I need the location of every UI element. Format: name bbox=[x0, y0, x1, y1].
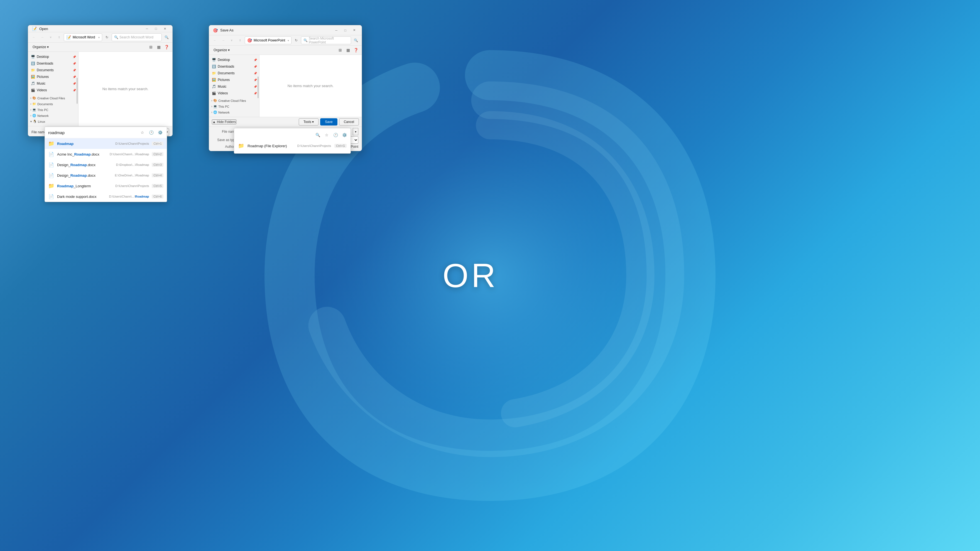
sidebar-section-thispc[interactable]: › 💻 This PC bbox=[28, 107, 78, 113]
saveas-dialog-close[interactable]: ✕ bbox=[350, 27, 358, 34]
saveas-dialog-title: Save As bbox=[220, 28, 234, 32]
saveas-recent-button[interactable]: ▾ bbox=[228, 37, 235, 44]
saveas-dialog-minimize[interactable]: ─ bbox=[332, 27, 340, 34]
open-dialog-minimize[interactable]: ─ bbox=[143, 25, 151, 32]
back-button[interactable]: ← bbox=[30, 34, 38, 41]
view-details-btn[interactable]: ▦ bbox=[155, 43, 162, 51]
sidebar-item-documents[interactable]: 📁 Documents 📌 bbox=[28, 67, 78, 73]
result-path-3: D:\Dropbox\...\Roadmap bbox=[116, 163, 149, 167]
bookmark-icon[interactable]: ☆ bbox=[139, 129, 146, 136]
open-main-content: No items match your search. bbox=[78, 52, 172, 126]
open-search-bar[interactable]: 🔍 Search Microsoft Word bbox=[111, 33, 162, 41]
saveas-refresh-button[interactable]: ↻ bbox=[293, 37, 300, 44]
saveas-sidebar-item-downloads[interactable]: ⬇️ Downloads 📌 bbox=[209, 63, 259, 70]
sidebar-item-music[interactable]: 🎵 Music 📌 bbox=[28, 80, 78, 87]
thispc-expand-icon: › bbox=[30, 108, 31, 111]
view-grid-btn[interactable]: ⊞ bbox=[147, 43, 154, 51]
result-shortcut-1: Ctrl+1 bbox=[152, 141, 164, 146]
save-button[interactable]: Save bbox=[320, 118, 337, 125]
search-result-5[interactable]: 📁 Roadmap_Longterm D:\Users\Chann\Projec… bbox=[45, 181, 167, 191]
saveas-sidebar-label-network: Network bbox=[218, 111, 229, 114]
saveas-sidebar-item-pictures[interactable]: 🖼️ Pictures 📌 bbox=[209, 76, 259, 83]
up-button[interactable]: ↑ bbox=[56, 34, 63, 41]
open-dialog-toolbar: ← → ▾ ↑ 📝 Microsoft Word ▾ ↻ 🔍 Search Mi… bbox=[28, 32, 172, 43]
help-btn[interactable]: ❓ bbox=[163, 43, 170, 51]
sidebar-section-linux[interactable]: ▾ 🐧 Linux bbox=[28, 119, 78, 124]
saveas-sidebar-section-thispc[interactable]: › 💻 This PC bbox=[209, 103, 259, 110]
search-result-2[interactable]: 📄 Acme Inc_Roadmap.docx D:\Users\Chann\.… bbox=[45, 149, 167, 159]
sidebar-item-downloads[interactable]: ⬇️ Downloads 📌 bbox=[28, 60, 78, 67]
saveas-organize-btn[interactable]: Organize ▾ bbox=[211, 47, 232, 53]
result-shortcut-4: Ctrl+4 bbox=[152, 173, 164, 177]
saveas-sidebar-label-desktop: Desktop bbox=[218, 58, 230, 62]
saveas-sidebar-label-videos: Videos bbox=[218, 91, 228, 95]
fe-search-icon[interactable]: 🔍 bbox=[314, 132, 321, 138]
ppt-icon: 🎯 bbox=[247, 38, 252, 43]
sidebar-item-videos[interactable]: 🎬 Videos 📌 bbox=[28, 87, 78, 94]
search-result-3[interactable]: 📄 Design_Roadmap.docx D:\Dropbox\...\Roa… bbox=[45, 159, 167, 170]
refresh-button[interactable]: ↻ bbox=[103, 34, 111, 41]
saveas-sidebar-item-desktop[interactable]: 🖥️ Desktop 📌 bbox=[209, 57, 259, 63]
saveas-organize-label: Organize ▾ bbox=[213, 48, 230, 52]
saveas-back-button[interactable]: ← bbox=[211, 37, 218, 44]
cancel-button-saveas[interactable]: Cancel bbox=[339, 118, 359, 125]
search-result-6[interactable]: 📄 Dark mode support.docx D:\Users\Chann\… bbox=[45, 191, 167, 202]
saveas-up-button[interactable]: ↑ bbox=[236, 37, 243, 44]
search-magnifier[interactable]: 🔍 bbox=[163, 34, 170, 41]
saveas-pin-documents: 📌 bbox=[254, 72, 257, 75]
open-dialog-maximize[interactable]: □ bbox=[152, 25, 160, 32]
saveas-sidebar-section-creative[interactable]: › 🎨 Creative Cloud Files bbox=[209, 98, 259, 103]
sidebar-item-pictures[interactable]: 🖼️ Pictures 📌 bbox=[28, 73, 78, 80]
saveas-view-details-btn[interactable]: ▦ bbox=[344, 46, 352, 54]
address-text: Microsoft Word bbox=[73, 35, 95, 39]
saveas-sidebar-label-pictures: Pictures bbox=[218, 78, 230, 82]
fe-result-roadmap[interactable]: 📁 Roadmap (File Explorer) D:\Users\Chann… bbox=[234, 141, 350, 151]
fe-result-name: Roadmap (File Explorer) bbox=[248, 144, 294, 148]
sidebar-label-videos: Videos bbox=[37, 88, 47, 92]
fe-bookmark-icon[interactable]: ☆ bbox=[323, 132, 330, 138]
result-icon-6: 📄 bbox=[48, 194, 54, 200]
sidebar-section-creative[interactable]: › 🎨 Creative Cloud Files bbox=[28, 95, 78, 101]
saveas-desktop-icon: 🖥️ bbox=[212, 58, 216, 62]
fe-history-icon[interactable]: 🕐 bbox=[332, 132, 339, 138]
saveas-address-bar[interactable]: 🎯 Microsoft PowerPoint ▾ bbox=[245, 37, 291, 44]
open-organize-btn[interactable]: Organize ▾ bbox=[30, 44, 51, 50]
result-name-6: Dark mode support.docx bbox=[57, 195, 107, 199]
address-bar[interactable]: 📝 Microsoft Word ▾ bbox=[64, 33, 102, 41]
sidebar-section-documents2[interactable]: › 📁 Documents bbox=[28, 101, 78, 107]
saveas-sidebar-item-videos[interactable]: 🎬 Videos 📌 bbox=[209, 90, 259, 97]
saveas-help-btn[interactable]: ❓ bbox=[352, 46, 360, 54]
fe-settings-icon[interactable]: ⚙️ bbox=[341, 132, 348, 138]
saveas-music-icon: 🎵 bbox=[212, 84, 216, 89]
sidebar-scrollbar[interactable] bbox=[76, 78, 78, 103]
saveas-main-content: No items match your search. bbox=[259, 55, 362, 117]
open-dialog-close[interactable]: ✕ bbox=[161, 25, 169, 32]
settings-icon[interactable]: ⚙️ bbox=[157, 129, 164, 136]
saveas-forward-button[interactable]: → bbox=[220, 37, 227, 44]
tools-button-saveas[interactable]: Tools ▾ bbox=[299, 118, 318, 125]
saveas-sidebar-item-documents[interactable]: 📁 Documents 📌 bbox=[209, 70, 259, 76]
forward-button[interactable]: → bbox=[39, 34, 46, 41]
saveas-sidebar-section-network[interactable]: › 🌐 Network bbox=[209, 110, 259, 115]
saveas-sidebar-scrollbar[interactable] bbox=[258, 76, 259, 98]
history-icon[interactable]: 🕐 bbox=[148, 129, 154, 136]
saveas-view-grid-btn[interactable]: ⊞ bbox=[337, 46, 344, 54]
saveas-search-bar[interactable]: 🔍 Search Microsoft PowerPoint bbox=[301, 37, 351, 44]
saveas-sidebar-item-music[interactable]: 🎵 Music 📌 bbox=[209, 83, 259, 90]
saveas-search-magnifier[interactable]: 🔍 bbox=[352, 37, 360, 44]
saveas-pin-music: 📌 bbox=[254, 85, 257, 88]
saveas-dialog-app-icon: 🎯 bbox=[212, 27, 218, 33]
result-icon-4: 📄 bbox=[48, 172, 54, 178]
saveas-documents-icon: 📁 bbox=[212, 71, 216, 75]
hide-folders-btn[interactable]: ▲ Hide Folders bbox=[212, 119, 236, 124]
open-dialog-titlebar: 📝 Open ─ □ ✕ bbox=[28, 25, 172, 32]
sidebar-item-desktop[interactable]: 🖥️ Desktop 📌 bbox=[28, 54, 78, 60]
search-input[interactable] bbox=[48, 130, 137, 135]
saveas-filename-dropdown[interactable]: ▾ bbox=[353, 128, 358, 135]
word-icon: 📝 bbox=[66, 35, 71, 40]
recent-button[interactable]: ▾ bbox=[47, 34, 54, 41]
search-result-4[interactable]: 📄 Design_Roadmap.docx E:\OneDrive\...\Ro… bbox=[45, 170, 167, 181]
saveas-dialog-maximize[interactable]: □ bbox=[341, 27, 349, 34]
sidebar-section-network[interactable]: › 🌐 Network bbox=[28, 113, 78, 119]
search-result-1[interactable]: 📁 Roadmap D:\Users\Chann\Projects Ctrl+1 bbox=[45, 138, 167, 149]
